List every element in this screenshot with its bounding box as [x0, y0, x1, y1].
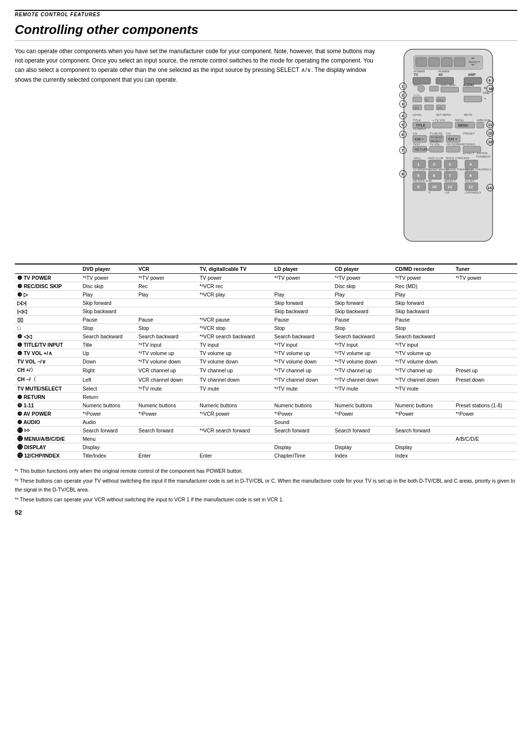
row-cell: *²TV channel up — [393, 366, 453, 375]
svg-text:5: 5 — [417, 173, 420, 178]
col-header-tv: TV, digital/cable TV — [197, 264, 272, 274]
row-cell: Pause — [393, 316, 453, 324]
row-label: ⓭ DISPLAY — [15, 443, 80, 452]
row-cell: Stop — [272, 324, 332, 332]
row-cell: A/B/C/D/E — [453, 435, 517, 443]
col-header-function — [15, 264, 80, 274]
table-row: |◁◁Skip backwardSkip backwardSkip backwa… — [15, 307, 517, 316]
row-cell — [453, 358, 517, 366]
row-cell: Rec — [136, 282, 197, 291]
row-label: ❺ TITLE/TV INPUT — [15, 341, 80, 349]
svg-text:TV MUTE: TV MUTE — [430, 132, 442, 135]
row-label: |◁◁ — [15, 307, 80, 316]
row-cell — [453, 427, 517, 435]
row-cell: Up — [80, 349, 136, 358]
row-cell: Search forward — [80, 427, 136, 435]
row-cell: *²TV volume down — [272, 358, 332, 366]
row-label: CH +/〉 — [15, 366, 80, 375]
row-cell: Menu — [80, 435, 136, 443]
svg-text:10: 10 — [432, 185, 436, 189]
row-cell: *²TV power — [272, 274, 332, 282]
svg-rect-2 — [416, 58, 427, 66]
row-label: TV MUTE/SELECT — [15, 385, 80, 393]
svg-rect-43 — [464, 96, 482, 102]
row-cell: Play — [332, 291, 393, 299]
row-cell — [332, 418, 393, 427]
row-cell: Skip backward — [393, 307, 453, 316]
row-cell — [197, 435, 272, 443]
row-cell: *¹Power — [393, 410, 453, 418]
row-label: ❹ ◁◁ — [15, 332, 80, 341]
row-cell: *²TV channel down — [272, 375, 332, 385]
row-cell: Index — [393, 452, 453, 460]
svg-text:7: 7 — [401, 149, 403, 152]
table-row: CH −/〈LeftVCR channel downTV channel dow… — [15, 375, 517, 385]
row-cell: Sound — [272, 418, 332, 427]
svg-text:12: 12 — [468, 185, 473, 189]
svg-text:9: 9 — [489, 79, 491, 82]
row-cell — [332, 435, 393, 443]
svg-text:VOL: VOL — [483, 91, 490, 95]
row-cell: Skip forward — [80, 299, 136, 307]
row-label: ❼ RETURN — [15, 393, 80, 401]
row-label: CH −/〈 — [15, 375, 80, 385]
row-cell: Numeric buttons — [80, 401, 136, 410]
svg-text:2: 2 — [401, 94, 403, 97]
svg-text:HALL: HALL — [414, 157, 422, 160]
svg-rect-4 — [441, 58, 452, 66]
svg-rect-94 — [446, 146, 460, 152]
svg-text:AV: AV — [438, 73, 443, 76]
row-cell: Search backward — [393, 332, 453, 341]
table-row: ❼ RETURNReturn — [15, 393, 517, 401]
svg-text:11: 11 — [448, 185, 452, 189]
col-header-ld: LD player — [272, 264, 332, 274]
row-cell: Down — [80, 358, 136, 366]
svg-text:CH +: CH + — [448, 137, 458, 141]
row-cell — [393, 418, 453, 427]
col-header-cdmd: CD/MD recorder — [393, 264, 453, 274]
svg-text:PRESET: PRESET — [463, 132, 475, 135]
svg-text:MOVIE THEATER 2: MOVIE THEATER 2 — [465, 168, 492, 171]
row-cell: Right — [80, 366, 136, 375]
row-cell: Search backward — [136, 332, 197, 341]
svg-text:TV INPUT: TV INPUT — [413, 128, 427, 131]
row-cell: *²TV input — [332, 341, 393, 349]
row-cell: *²TV input — [136, 341, 197, 349]
row-cell: *²TV volume down — [136, 358, 197, 366]
svg-rect-15 — [436, 77, 454, 84]
row-cell: *²TV mute — [332, 385, 393, 393]
row-label: ❸ ▷ — [15, 291, 80, 299]
col-header-cd: CD player — [332, 264, 393, 274]
row-cell: Left — [80, 375, 136, 385]
table-row: ❽ 1-11Numeric buttonsNumeric buttonsNume… — [15, 401, 517, 410]
svg-text:MUTE: MUTE — [464, 113, 472, 116]
svg-text:A/B/C/D/E: A/B/C/D/E — [477, 119, 490, 122]
row-cell: Title/Index — [80, 452, 136, 460]
row-label: ❶ TV POWER — [15, 274, 80, 282]
row-cell — [393, 393, 453, 401]
table-row: TV MUTE/SELECTSelect*²TV muteTV mute*²TV… — [15, 385, 517, 393]
row-label: ❽ 1-11 — [15, 401, 80, 410]
row-label: ⓬ MENU/A/B/C/D/E — [15, 435, 80, 443]
svg-text:SELECT: SELECT — [468, 61, 480, 64]
row-label: TV VOL −/∨ — [15, 358, 80, 366]
row-cell: TV volume up — [197, 349, 272, 358]
svg-text:6: 6 — [433, 173, 435, 178]
row-cell: *²TV channel up — [332, 366, 393, 375]
row-cell — [197, 393, 272, 401]
svg-text:TITLE: TITLE — [413, 119, 421, 122]
row-label: ⓫ ▷▷ — [15, 427, 80, 435]
row-cell: Skip backward — [272, 307, 332, 316]
row-cell: Title — [80, 341, 136, 349]
row-cell — [197, 299, 272, 307]
row-cell: TV mute — [197, 385, 272, 393]
table-row: ❿ AUDIOAudioSound — [15, 418, 517, 427]
svg-text:AUDIO: AUDIO — [463, 83, 474, 87]
svg-text:11: 11 — [488, 123, 492, 127]
svg-text:1: 1 — [417, 162, 420, 166]
svg-text:+ TV VOL: + TV VOL — [432, 119, 446, 122]
row-cell — [136, 435, 197, 443]
row-label: ❾ AV POWER — [15, 410, 80, 418]
col-header-dvd: DVD player — [80, 264, 136, 274]
row-cell: *¹Power — [453, 410, 517, 418]
